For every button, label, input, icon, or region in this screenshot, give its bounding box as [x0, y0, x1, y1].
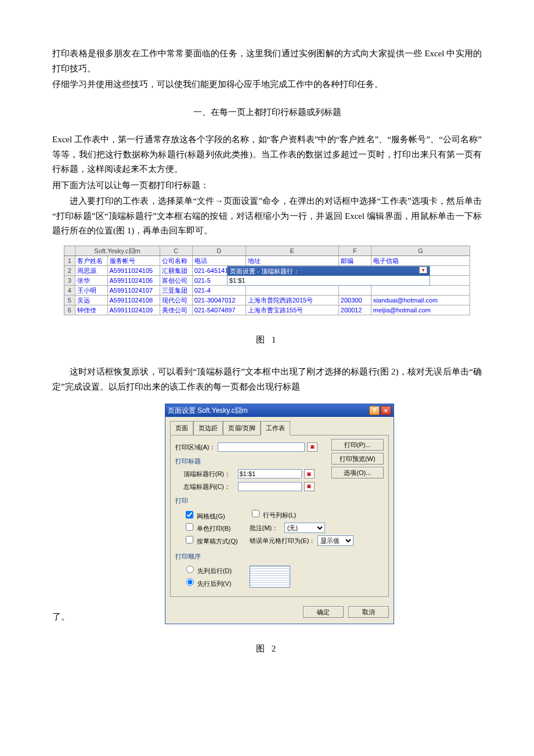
cell: 200012 [338, 305, 371, 315]
errors-label: 错误单元格打印为(E)： [250, 535, 316, 546]
tab-panel-sheet: 打印(P)... 打印预览(W) 选项(O)... 打印区域(A)： ▣ 打印标… [170, 435, 389, 597]
gridlines-checkbox[interactable]: 网格线(G) [183, 513, 225, 520]
cell [246, 285, 338, 295]
cell [371, 285, 470, 295]
rowcol-label: 行号列标(L) [263, 512, 296, 519]
section1-p2: 用下面方法可以让每一页都打印行标题： [52, 178, 482, 193]
cancel-button[interactable]: 取消 [348, 606, 389, 618]
collapsed-dialog-value: $1:$1 [228, 276, 430, 285]
mono-checkbox[interactable]: 单色打印(B) [183, 525, 231, 532]
header-cell: 公司名称 [160, 255, 192, 265]
intro-p2: 仔细学习并使用这些技巧，可以使我们能更加得心应手地完成工作中的各种打印任务。 [52, 77, 482, 92]
print-button[interactable]: 打印(P)... [331, 439, 384, 451]
row-number: 1 [64, 255, 75, 265]
tab-headerfooter[interactable]: 页眉/页脚 [223, 421, 261, 435]
gridlines-label: 网格线(G) [197, 513, 225, 520]
cell: 上海市普陀西路2015号 [246, 295, 338, 305]
print-area-input[interactable] [218, 442, 305, 452]
corner-cell [64, 246, 75, 256]
figure-2-wrapper: 了。 页面设置 Soft.Yesky.c囧m ? × 页面 页边距 页眉/页脚 … [52, 404, 482, 624]
comments-select[interactable]: (无) [284, 523, 325, 533]
cell: 021-30047012 [192, 295, 246, 305]
watermark: Soft.Yesky.c囧m [75, 246, 160, 256]
cell: A59911024107 [107, 285, 160, 295]
order-down-label: 先行后列(V) [197, 580, 232, 587]
dialog-title: 页面设置 Soft.Yesky.c囧m [168, 405, 368, 416]
header-cell: 电话 [192, 255, 246, 265]
range-picker-icon[interactable]: ▣ [304, 482, 315, 491]
errors-select[interactable]: 显示值 [317, 535, 353, 546]
close-button[interactable]: × [381, 406, 391, 415]
header-cell: 服务帐号 [107, 255, 160, 265]
print-preview-button[interactable]: 打印预览(W) [331, 453, 384, 465]
cell: 021-54074897 [192, 305, 246, 315]
col-letter: G [371, 246, 470, 256]
tab-margins[interactable]: 页边距 [193, 421, 223, 435]
section1-p1: Excel 工作表中，第一行通常存放这各个字段的名称，如“客户资料表”中的“客户… [52, 132, 482, 177]
order-down-radio[interactable]: 先行后列(V) [183, 580, 232, 587]
figure-2-caption: 图 2 [52, 642, 482, 657]
cell: 上海市曹宝路155号 [246, 305, 338, 315]
top-row-label: 顶端标题行(R)： [183, 469, 236, 480]
draft-label: 按草稿方式(Q) [197, 538, 238, 545]
cell: 200300 [338, 295, 371, 305]
header-cell: 电子信箱 [371, 255, 470, 265]
section1-title: 一、在每一页上都打印行标题或列标题 [52, 105, 482, 120]
trailing-text: 了。 [52, 612, 70, 621]
document-page: 打印表格是很多朋友在工作中常常要面临的任务，这里我们通过实例图解的方式向大家提供… [0, 0, 534, 756]
tab-strip: 页面 页边距 页眉/页脚 工作表 [170, 420, 389, 435]
header-cell: 邮编 [338, 255, 371, 265]
section1-p3: 进入要打印的工作表，选择菜单“文件→页面设置”命令，在弹出的对话框中选择“工作表… [52, 194, 482, 239]
cell: A59911024109 [107, 305, 160, 315]
help-button[interactable]: ? [369, 406, 380, 415]
tab-page[interactable]: 页面 [170, 421, 193, 435]
order-across-label: 先列后行(D) [197, 567, 232, 574]
cell [338, 285, 371, 295]
header-cell: 客户姓名 [75, 255, 107, 265]
cell: 吴远 [75, 295, 107, 305]
collapsed-dialog[interactable]: 页面设置 - 顶端标题行： ▾ $1:$1 [227, 266, 430, 286]
cell: 富创公司 [160, 275, 192, 285]
ok-button[interactable]: 确定 [303, 606, 344, 618]
cell: A59911024105 [107, 265, 160, 275]
cell: A59911024108 [107, 295, 160, 305]
figure-1-caption: 图 1 [52, 333, 482, 348]
mono-label: 单色打印(B) [197, 525, 231, 532]
range-picker-icon[interactable]: ▣ [307, 442, 317, 452]
left-col-input[interactable] [238, 482, 302, 491]
cell: xianduai@hotmail.com [371, 295, 470, 305]
group-print: 打印 [175, 495, 384, 506]
options-button[interactable]: 选项(O)... [331, 467, 384, 478]
intro-p1: 打印表格是很多朋友在工作中常常要面临的任务，这里我们通过实例图解的方式向大家提供… [52, 46, 482, 76]
cell: meijia@hotmail.com [371, 305, 470, 315]
cell: 汇丽集团 [160, 265, 192, 275]
table-row: 4 王小明A59911024107三亚集团021-4 [64, 285, 470, 295]
cell: 王小明 [75, 285, 107, 295]
column-letters-row: Soft.Yesky.c囧m C D E F G [64, 246, 470, 256]
left-col-label: 左端标题列(C)： [183, 481, 236, 492]
table-row: 6 钟佳佳A59911024109美佳公司021-54074897上海市曹宝路1… [64, 305, 470, 315]
cell: 三亚集团 [160, 285, 192, 295]
cell: 021-4 [192, 285, 246, 295]
figure-1-spreadsheet: Soft.Yesky.c囧m C D E F G 1 客户姓名 服务帐号 公司名… [64, 246, 470, 315]
header-cell: 地址 [246, 255, 338, 265]
header-row: 1 客户姓名 服务帐号 公司名称 电话 地址 邮编 电子信箱 [64, 255, 470, 265]
range-picker-icon[interactable]: ▣ [304, 469, 315, 478]
draft-checkbox[interactable]: 按草稿方式(Q) [183, 538, 238, 545]
dialog-titlebar[interactable]: 页面设置 Soft.Yesky.c囧m ? × [165, 404, 394, 417]
page-setup-dialog: 页面设置 Soft.Yesky.c囧m ? × 页面 页边距 页眉/页脚 工作表… [165, 404, 394, 624]
expand-icon[interactable]: ▾ [419, 267, 427, 273]
order-across-radio[interactable]: 先列后行(D) [183, 567, 232, 574]
top-row-input[interactable] [238, 469, 302, 478]
cell: 现代公司 [160, 295, 192, 305]
tab-sheet[interactable]: 工作表 [261, 421, 290, 435]
cell: 张华 [75, 275, 107, 285]
rowcol-checkbox[interactable]: 行号列标(L) [250, 512, 297, 519]
collapsed-dialog-title: 页面设置 - 顶端标题行： [230, 267, 300, 276]
print-area-label: 打印区域(A)： [175, 442, 216, 453]
group-print-order: 打印顺序 [175, 551, 384, 562]
cell: 美佳公司 [160, 305, 192, 315]
after-fig1-p1: 这时对话框恢复原状，可以看到“顶端标题行”文本框中出现了刚才选择的标题行(图 2… [52, 365, 482, 394]
col-letter: C [160, 246, 192, 256]
cell: 周思源 [75, 265, 107, 275]
